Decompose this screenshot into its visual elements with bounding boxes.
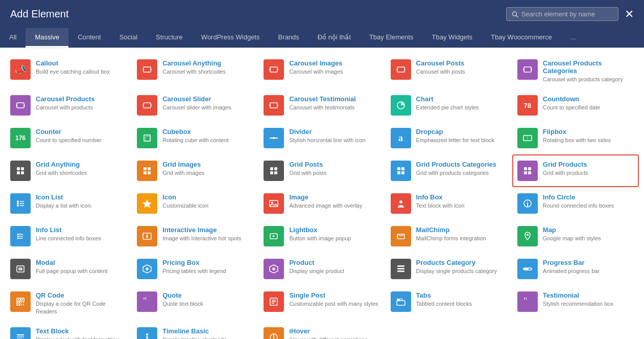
element-info: LightboxButton with image popup bbox=[289, 226, 380, 242]
element-name: Grid Images bbox=[162, 161, 253, 168]
search-box[interactable] bbox=[506, 7, 618, 21]
element-item-ihover[interactable]: iHoveriHover with different animations bbox=[258, 321, 385, 339]
element-item-mailchimp[interactable]: MailChimpMailChimp forms integration bbox=[386, 220, 512, 253]
svg-rect-18 bbox=[17, 171, 20, 174]
element-item-chart[interactable]: ChartExtended pie chart styles bbox=[386, 89, 512, 122]
tab-tbay-woocommerce[interactable]: Tbay Woocommerce bbox=[482, 28, 561, 48]
element-item-counter[interactable]: 176CounterCount to specified number bbox=[5, 122, 132, 154]
tab-structure[interactable]: Structure bbox=[147, 28, 192, 48]
tab-tbay-elements[interactable]: Tbay Elements bbox=[360, 28, 423, 48]
element-item-single-post[interactable]: Single PostCustomizable post with many s… bbox=[258, 285, 385, 321]
close-button[interactable]: ✕ bbox=[625, 9, 634, 20]
tab-massive[interactable]: Massive bbox=[26, 28, 68, 48]
tab--ni-tht[interactable]: Đồ nội thất bbox=[308, 28, 360, 48]
tab-brands[interactable]: Brands bbox=[269, 28, 308, 48]
element-info: TestimonialStylish recommendation box bbox=[543, 291, 634, 307]
element-name: iHover bbox=[289, 327, 380, 335]
element-info: QR CodeDisplay a code for QR Code Reader… bbox=[36, 291, 127, 315]
element-desc: Grid with shortcodes bbox=[36, 169, 127, 176]
element-item-dropcap[interactable]: aDropcapEmphasized letter for text block bbox=[386, 122, 512, 154]
element-item-quote[interactable]: "QuoteQuote text block bbox=[132, 285, 258, 321]
element-info: FlipboxRotating box with two sides bbox=[543, 128, 634, 144]
svg-rect-21 bbox=[148, 167, 151, 170]
element-info: Grid ImagesGrid with images bbox=[162, 161, 253, 176]
element-item-pricing-box[interactable]: Pricing BoxPricing tables with legend bbox=[132, 253, 258, 285]
element-icon-timeline-basic bbox=[137, 327, 157, 339]
tab-wordpress-widgets[interactable]: WordPress Widgets bbox=[192, 28, 269, 48]
element-desc: Display single product bbox=[289, 267, 380, 275]
svg-rect-5 bbox=[524, 67, 531, 72]
element-name: Counter bbox=[36, 128, 127, 135]
element-icon-icon-list bbox=[10, 193, 31, 214]
element-item-grid-posts[interactable]: Grid PostsGrid with posts bbox=[258, 154, 385, 187]
element-item-callout[interactable]: 📣CalloutBuild eye catching callout box bbox=[5, 53, 132, 89]
element-item-tabs[interactable]: TabsTabbed content blocks bbox=[386, 285, 512, 321]
element-desc: Google map with styles bbox=[543, 235, 634, 242]
element-desc: Carousel with products category bbox=[543, 76, 634, 83]
element-item-carousel-testimonial[interactable]: Carousel TestimonialCarousel with testim… bbox=[258, 89, 385, 122]
tab-tbay-widgets[interactable]: Tbay Widgets bbox=[423, 28, 482, 48]
tab-all[interactable]: All bbox=[0, 28, 26, 48]
element-item-progress-bar[interactable]: Progress BarAnimated progress bar bbox=[512, 253, 639, 285]
element-name: Interactive Image bbox=[162, 226, 253, 234]
element-name: MailChimp bbox=[416, 226, 507, 234]
element-item-text-block[interactable]: Text BlockDisplay a text with font forma… bbox=[5, 321, 132, 339]
svg-point-47 bbox=[527, 201, 528, 202]
element-name: Image bbox=[289, 193, 380, 201]
svg-rect-35 bbox=[528, 171, 531, 174]
element-desc: Tabbed content blocks bbox=[416, 300, 507, 307]
element-info: Carousel AnythingCarousel with shortcode… bbox=[162, 59, 253, 75]
element-icon-carousel-images bbox=[264, 59, 284, 80]
element-item-interactive-image[interactable]: Interactive ImageImage with interactive … bbox=[132, 220, 258, 253]
element-item-map[interactable]: MapGoogle map with styles bbox=[512, 220, 639, 253]
element-item-icon[interactable]: IconCustomizable icon bbox=[132, 187, 258, 220]
element-item-products-category[interactable]: Products CategoryDisplay single products… bbox=[386, 253, 512, 285]
svg-rect-33 bbox=[528, 167, 531, 170]
element-item-carousel-posts[interactable]: Carousel PostsCarousel with posts bbox=[386, 53, 512, 89]
element-item-carousel-products[interactable]: Carousel ProductsCarousel with products bbox=[5, 89, 132, 122]
element-item-lightbox[interactable]: LightboxButton with image popup bbox=[258, 220, 385, 253]
svg-rect-8 bbox=[270, 103, 277, 108]
tab-social[interactable]: Social bbox=[110, 28, 147, 48]
element-item-image[interactable]: ImageAdvanced image with overlay bbox=[258, 187, 385, 220]
element-item-grid-images[interactable]: Grid ImagesGrid with images bbox=[132, 154, 258, 187]
element-name: Pricing Box bbox=[162, 259, 253, 266]
element-item-icon-list[interactable]: Icon ListDisplay a list with icon. bbox=[5, 187, 132, 220]
search-input[interactable] bbox=[521, 10, 613, 18]
element-item-cubebox[interactable]: CubeboxRotating cube with content bbox=[132, 122, 258, 154]
svg-rect-22 bbox=[144, 171, 147, 174]
svg-rect-87 bbox=[397, 301, 405, 305]
element-item-carousel-products-categories[interactable]: Carousel Products CategoriesCarousel wit… bbox=[512, 53, 639, 89]
element-item-timeline-basic[interactable]: Timeline BasicSimple timeline shortcode bbox=[132, 321, 258, 339]
element-icon-image bbox=[264, 193, 284, 214]
element-item-testimonial[interactable]: "TestimonialStylish recommendation box bbox=[512, 285, 639, 321]
element-desc: Carousel slider with images bbox=[162, 104, 253, 111]
element-desc: Grid with products categories bbox=[416, 169, 507, 176]
svg-line-1 bbox=[516, 15, 518, 17]
svg-point-52 bbox=[17, 234, 19, 235]
element-item-countdown[interactable]: 78CountdownCount to specified date bbox=[512, 89, 639, 122]
element-item-qr-code[interactable]: QR CodeDisplay a code for QR Code Reader… bbox=[5, 285, 132, 321]
element-item-product[interactable]: ProductDisplay single product bbox=[258, 253, 385, 285]
element-item-info-circle[interactable]: Info CircleRound connected info boxes bbox=[512, 187, 639, 220]
element-desc: Emphasized letter for text block bbox=[416, 137, 507, 144]
element-info: Carousel SliderCarousel slider with imag… bbox=[162, 95, 253, 111]
element-item-grid-products[interactable]: Grid ProductsGrid with products bbox=[512, 154, 639, 187]
element-item-info-list[interactable]: Info ListLine connected info boxes bbox=[5, 220, 132, 253]
element-item-carousel-anything[interactable]: Carousel AnythingCarousel with shortcode… bbox=[132, 53, 258, 89]
tab-content[interactable]: Content bbox=[68, 28, 110, 48]
element-info: Timeline BasicSimple timeline shortcode bbox=[162, 327, 253, 339]
element-info: ImageAdvanced image with overlay bbox=[289, 193, 380, 209]
element-item-flipbox[interactable]: FlipboxRotating box with two sides bbox=[512, 122, 639, 154]
svg-point-94 bbox=[146, 333, 148, 335]
element-icon-product bbox=[264, 259, 284, 279]
element-item-modal[interactable]: ModalFull page popup with content bbox=[5, 253, 132, 285]
element-item-grid-anything[interactable]: Grid AnythingGrid with shortcodes bbox=[5, 154, 132, 187]
element-item-carousel-images[interactable]: Carousel ImagesCarousel with images bbox=[258, 53, 385, 89]
tab-[interactable]: ... bbox=[561, 28, 585, 48]
element-item-carousel-slider[interactable]: Carousel SliderCarousel slider with imag… bbox=[132, 89, 258, 122]
element-item-divider[interactable]: DividerStylish horizontal line with icon bbox=[258, 122, 385, 154]
element-item-grid-products-categories[interactable]: Grid Products CategoriesGrid with produc… bbox=[386, 154, 512, 187]
element-item-info-box[interactable]: Info BoxText block with icon bbox=[386, 187, 512, 220]
svg-rect-88 bbox=[397, 299, 400, 301]
